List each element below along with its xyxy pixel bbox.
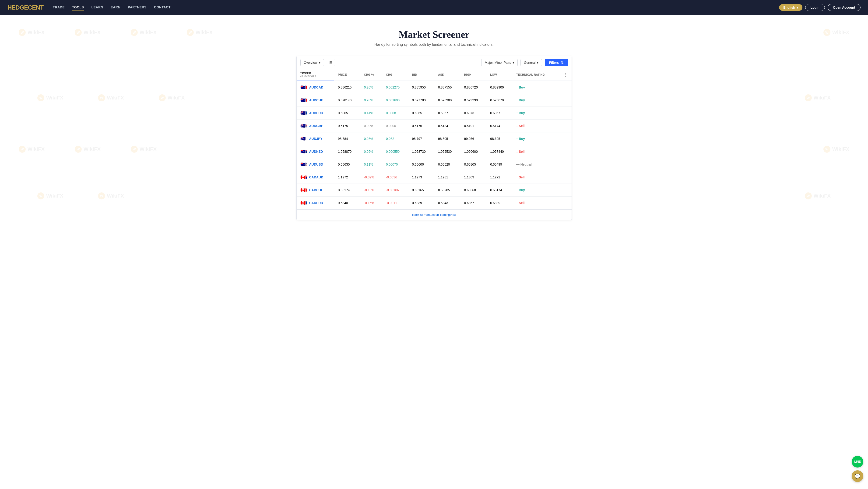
high-cell: 0.65805 <box>461 158 487 171</box>
ticker-name[interactable]: AUDCAD <box>309 85 323 89</box>
pairs-filter-label: Major, Minor Pairs <box>485 61 511 64</box>
row-more-cell <box>557 107 571 120</box>
watermark-11: W WikiFX <box>75 146 101 153</box>
price-cell: 1.1272 <box>334 171 360 184</box>
more-icon[interactable]: ⋮ <box>563 73 568 77</box>
watermark-12: W WikiFX <box>131 146 157 153</box>
price-cell: 0.6840 <box>334 197 360 209</box>
ticker-name[interactable]: AUDJPY <box>309 137 322 141</box>
filters-label: Filters <box>549 61 559 64</box>
high-cell: 0.886720 <box>461 81 487 94</box>
nav-trade[interactable]: TRADE <box>53 4 65 10</box>
price-cell: 0.65174 <box>334 184 360 197</box>
rating-column-header[interactable]: TECHNICAL RATING <box>513 69 557 81</box>
row-more-cell <box>557 184 571 197</box>
header: HEDGECENT TRADE TOOLS LEARN EARN PARTNER… <box>0 0 868 15</box>
low-cell: 0.5174 <box>487 120 513 133</box>
chg-pct-column-header[interactable]: CHG % <box>360 69 382 81</box>
ticker-name[interactable]: AUDEUR <box>309 111 323 115</box>
chg-pct-cell: 0.05% <box>360 145 382 158</box>
chg-cell: 0.000550 <box>382 145 408 158</box>
bid-cell: 0.885950 <box>408 81 434 94</box>
price-column-header[interactable]: PRICE <box>334 69 360 81</box>
nav-learn[interactable]: LEARN <box>91 4 103 10</box>
ticker-name[interactable]: CADAUD <box>309 175 323 179</box>
row-more-cell <box>557 145 571 158</box>
pairs-filter-button[interactable]: Major, Minor Pairs ▾ <box>481 59 518 66</box>
bid-cell: 98.797 <box>408 133 434 145</box>
rating-cell: ↑ Buy <box>513 81 557 94</box>
ask-cell: 1.059530 <box>434 145 461 158</box>
bid-cell: 1.058730 <box>408 145 434 158</box>
rating-cell: ↓ Sell <box>513 145 557 158</box>
price-cell: 0.886210 <box>334 81 360 94</box>
low-cell: 0.882900 <box>487 81 513 94</box>
chg-cell: 0.002270 <box>382 81 408 94</box>
ticker-flag: 🇦🇺🇨🇭 <box>300 97 307 104</box>
chg-pct-cell: -0.32% <box>360 171 382 184</box>
nav-partners[interactable]: PARTNERS <box>128 4 147 10</box>
language-button[interactable]: English ▾ <box>779 4 802 11</box>
overview-button[interactable]: Overview ▾ <box>300 59 324 66</box>
watermark-10: W WikiFX <box>19 146 44 153</box>
chat-button[interactable]: 💬 <box>852 470 863 482</box>
chevron-down-icon: ▾ <box>513 61 514 64</box>
price-cell: 0.6065 <box>334 107 360 120</box>
filters-button[interactable]: Filters ⇅ <box>545 59 568 66</box>
ask-cell: 1.1281 <box>434 171 461 184</box>
ticker-name[interactable]: AUDCHF <box>309 98 323 102</box>
ticker-name[interactable]: AUDUSD <box>309 163 323 166</box>
high-cell: 99.056 <box>461 133 487 145</box>
ticker-name[interactable]: CADEUR <box>309 201 323 205</box>
line-button[interactable]: LINE <box>852 456 863 467</box>
bid-cell: 0.65600 <box>408 158 434 171</box>
watermark-7: W WikiFX <box>98 94 124 102</box>
general-filter-button[interactable]: General ▾ <box>521 59 542 66</box>
ticker-cell: 🇦🇺🇬🇧 AUDGBP <box>297 120 334 133</box>
high-cell: 0.5191 <box>461 120 487 133</box>
row-more-cell <box>557 81 571 94</box>
rating-cell: ↓ Sell <box>513 197 557 209</box>
ticker-column-header[interactable]: TICKER 49 MATCHES <box>297 69 334 81</box>
rating-cell: — Neutral <box>513 158 557 171</box>
ticker-name[interactable]: AUDGBP <box>309 124 323 128</box>
logo-text: HEDGECENT <box>7 4 43 11</box>
chevron-down-icon: ▾ <box>319 61 320 64</box>
chg-column-header[interactable]: CHG <box>382 69 408 81</box>
ticker-flag: 🇦🇺🇪🇺 <box>300 110 307 116</box>
bid-column-header[interactable]: BID <box>408 69 434 81</box>
low-cell: 0.6839 <box>487 197 513 209</box>
row-more-cell <box>557 158 571 171</box>
table-row: 🇦🇺🇨🇦 AUDCAD 0.886210 0.26% 0.002270 0.88… <box>297 81 571 94</box>
table-row: 🇨🇦🇪🇺 CADEUR 0.6840 -0.16% -0.0011 0.6839… <box>297 197 571 209</box>
open-account-button[interactable]: Open Account <box>828 4 861 11</box>
ask-cell: 0.6843 <box>434 197 461 209</box>
low-cell: 0.6057 <box>487 107 513 120</box>
more-column-header: ⋮ <box>557 69 571 81</box>
ask-column-header[interactable]: ASK <box>434 69 461 81</box>
track-markets-link[interactable]: Track all markets on TradingView <box>297 209 571 220</box>
rating-cell: ↓ Sell <box>513 120 557 133</box>
low-column-header[interactable]: LOW <box>487 69 513 81</box>
high-column-header[interactable]: HIGH <box>461 69 487 81</box>
ticker-name[interactable]: CADCHF <box>309 188 323 192</box>
page-header: Market Screener Handy for sorting symbol… <box>5 29 863 47</box>
nav-contact[interactable]: CONTACT <box>154 4 170 10</box>
general-filter-label: General <box>524 61 536 64</box>
nav-tools[interactable]: TOOLS <box>72 4 84 10</box>
low-cell: 0.65499 <box>487 158 513 171</box>
table-row: 🇦🇺🇬🇧 AUDGBP 0.5175 0.00% 0.0000 0.5176 0… <box>297 120 571 133</box>
login-button[interactable]: Login <box>805 4 825 11</box>
table-row: 🇨🇦🇦🇺 CADAUD 1.1272 -0.32% -0.0036 1.1273… <box>297 171 571 184</box>
ticker-name[interactable]: AUDNZD <box>309 150 323 153</box>
ticker-header-label: TICKER <box>300 72 311 75</box>
price-cell: 1.058870 <box>334 145 360 158</box>
nav-earn[interactable]: EARN <box>111 4 120 10</box>
grid-view-button[interactable]: ⊞ <box>327 59 335 66</box>
price-cell: 0.5175 <box>334 120 360 133</box>
rating-cell: ↑ Buy <box>513 133 557 145</box>
screener-toolbar: Overview ▾ ⊞ Major, Minor Pairs ▾ Genera… <box>297 56 571 69</box>
chg-pct-cell: 0.08% <box>360 133 382 145</box>
row-more-cell <box>557 197 571 209</box>
chg-pct-cell: 0.28% <box>360 94 382 107</box>
